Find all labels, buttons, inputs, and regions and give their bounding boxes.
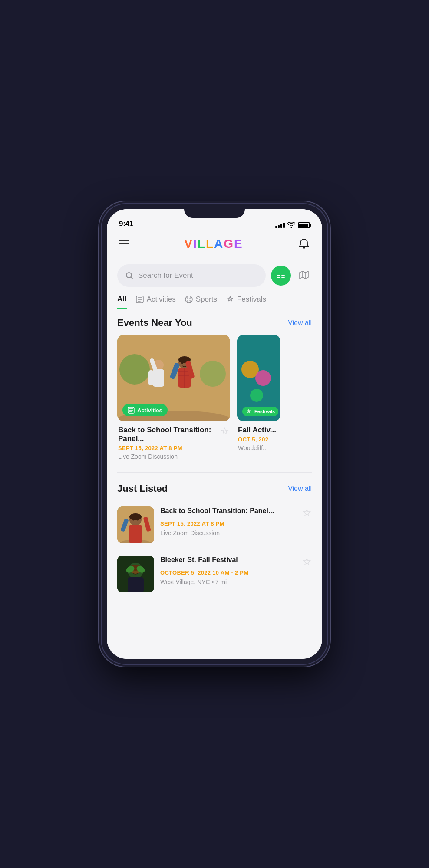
- event-1-date: SEPT 15, 2022 AT 8 PM: [118, 445, 229, 451]
- svg-rect-48: [128, 577, 144, 592]
- svg-point-32: [250, 389, 263, 402]
- tab-sports-label: Sports: [196, 295, 217, 304]
- map-view-toggle[interactable]: [296, 268, 312, 283]
- svg-point-8: [185, 296, 192, 303]
- event-2-date: OCT 5, 202...: [238, 436, 280, 443]
- search-input-placeholder: Search for Event: [138, 271, 193, 280]
- list-item-2-date: OCTOBER 5, 2022 10 AM - 2 PM: [160, 569, 312, 576]
- phone-notch: [184, 204, 245, 218]
- festivals-icon: [226, 295, 234, 304]
- list-item-1[interactable]: Back to School Transition: Panel... ☆ SE…: [107, 500, 322, 549]
- list-item-2[interactable]: Bleeker St. Fall Festival ☆ OCTOBER 5, 2…: [107, 549, 322, 598]
- list-item-2-title: Bleeker St. Fall Festival: [160, 556, 299, 565]
- events-near-you-header: Events Near You View all: [107, 309, 322, 335]
- svg-rect-16: [159, 370, 164, 385]
- dot-separator: [212, 581, 214, 583]
- search-bar[interactable]: Search for Event: [117, 264, 266, 287]
- event-2-badge-label: Festivals: [254, 409, 275, 414]
- svg-rect-15: [148, 370, 154, 385]
- tab-activities[interactable]: Activities: [135, 295, 176, 309]
- events-near-you-list: Activities Back to School Transition: Pa…: [107, 335, 322, 469]
- list-item-2-star[interactable]: ☆: [302, 556, 312, 568]
- event-1-star[interactable]: ☆: [221, 426, 229, 437]
- event-2-location: Woodcliff...: [238, 444, 280, 451]
- svg-rect-2: [277, 275, 280, 276]
- svg-rect-5: [281, 275, 285, 276]
- event-1-badge: Activities: [122, 404, 168, 416]
- event-2-title: Fall Activ...: [238, 426, 276, 434]
- event-1-title: Back to School Transition: Panel...: [118, 426, 217, 443]
- category-tabs: All Activities: [107, 291, 322, 309]
- svg-point-12: [200, 361, 226, 387]
- tab-festivals-label: Festivals: [237, 295, 266, 304]
- tab-festivals[interactable]: Festivals: [226, 295, 266, 309]
- sports-icon: [185, 295, 193, 304]
- notification-bell-icon[interactable]: [298, 238, 310, 250]
- tab-activities-label: Activities: [147, 295, 176, 304]
- svg-rect-3: [277, 277, 280, 278]
- just-listed-title: Just Listed: [117, 483, 168, 494]
- event-1-location: Live Zoom Discussion: [118, 453, 229, 460]
- app-header: VILLAGE: [107, 231, 322, 256]
- events-near-you-view-all[interactable]: View all: [288, 319, 312, 327]
- just-listed-view-all[interactable]: View all: [288, 485, 312, 493]
- signal-icon: [275, 223, 285, 228]
- list-item-1-date: SEPT 15, 2022 AT 8 PM: [160, 520, 312, 527]
- event-card-1[interactable]: Activities Back to School Transition: Pa…: [117, 335, 230, 462]
- list-item-1-star[interactable]: ☆: [302, 506, 312, 519]
- svg-point-20: [182, 362, 183, 364]
- svg-point-31: [255, 370, 271, 386]
- hamburger-menu-icon[interactable]: [119, 240, 129, 247]
- svg-point-36: [129, 513, 142, 520]
- event-1-badge-label: Activities: [137, 407, 162, 414]
- svg-point-11: [119, 354, 150, 385]
- svg-rect-4: [281, 273, 285, 273]
- svg-point-38: [137, 519, 139, 521]
- event-card-1-image: Activities: [117, 335, 230, 421]
- tab-all-label: All: [117, 295, 127, 303]
- tab-sports[interactable]: Sports: [185, 295, 217, 309]
- events-near-you-title: Events Near You: [117, 317, 192, 329]
- svg-rect-1: [277, 273, 280, 273]
- status-icons: [275, 222, 310, 228]
- event-card-2[interactable]: Festivals Fall Activ... OCT 5, 202... Wo…: [237, 335, 280, 462]
- list-item-1-location: Live Zoom Discussion: [160, 529, 312, 536]
- wifi-icon: [287, 222, 295, 228]
- svg-point-37: [133, 519, 134, 521]
- list-item-1-title: Back to School Transition: Panel...: [160, 506, 299, 516]
- svg-rect-39: [129, 525, 142, 543]
- search-section: Search for Event: [107, 256, 322, 291]
- activities-icon: [135, 295, 144, 304]
- svg-rect-6: [281, 277, 285, 278]
- status-time: 9:41: [119, 220, 133, 228]
- event-card-2-image: Festivals: [237, 335, 280, 421]
- search-icon: [125, 271, 134, 280]
- list-view-toggle[interactable]: [271, 266, 291, 286]
- just-listed-header: Just Listed View all: [107, 474, 322, 500]
- scroll-content[interactable]: VILLAGE: [107, 231, 322, 659]
- list-item-2-location: West Village, NYC 7 mi: [160, 579, 312, 585]
- battery-icon: [298, 222, 310, 228]
- tab-all[interactable]: All: [117, 295, 127, 309]
- phone-frame: 9:41: [102, 204, 327, 664]
- list-item-2-image: [117, 556, 154, 592]
- list-item-1-image: [117, 506, 154, 543]
- section-divider: [117, 472, 312, 473]
- app-logo: VILLAGE: [184, 237, 243, 251]
- phone-screen: 9:41: [107, 209, 322, 659]
- event-2-badge: Festivals: [242, 407, 278, 416]
